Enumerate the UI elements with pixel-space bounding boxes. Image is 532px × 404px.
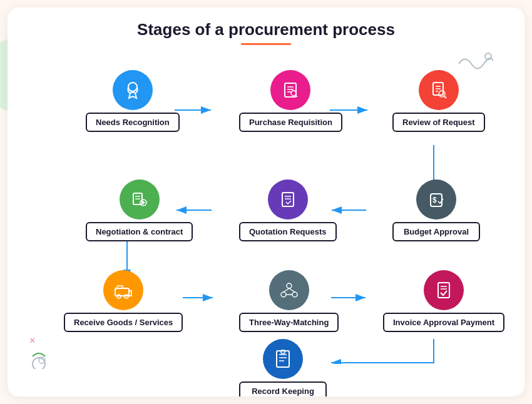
svg-line-44 xyxy=(289,288,295,292)
node-purchase-requisition: Purchase Requisition xyxy=(239,70,342,132)
svg-point-18 xyxy=(291,91,296,96)
label-negotiation-contract: Negotiation & contract xyxy=(86,222,193,241)
svg-point-42 xyxy=(292,292,297,297)
svg-line-25 xyxy=(444,96,446,98)
label-budget-approval: Budget Approval xyxy=(392,222,480,241)
node-review-of-request: Review of Request xyxy=(392,70,485,132)
icon-quotation-requests xyxy=(268,179,308,220)
icon-negotiation-contract xyxy=(120,179,160,220)
svg-rect-46 xyxy=(438,283,449,298)
node-three-way-matching: Three-Way-Matching xyxy=(239,270,339,332)
node-budget-approval: $ Budget Approval xyxy=(392,179,480,241)
label-three-way-matching: Three-Way-Matching xyxy=(239,313,339,332)
svg-point-40 xyxy=(287,283,292,288)
svg-text:$: $ xyxy=(432,196,437,205)
icon-receive-goods xyxy=(103,270,143,310)
label-purchase-requisition: Purchase Requisition xyxy=(239,113,342,132)
node-negotiation-contract: Negotiation & contract xyxy=(86,179,193,241)
label-receive-goods: Receive Goods / Services xyxy=(64,313,183,332)
icon-budget-approval: $ xyxy=(416,179,456,220)
svg-rect-14 xyxy=(285,83,296,97)
label-record-keeping: Record Keeping xyxy=(239,381,327,396)
flow-diagram: Needs Recognition Purchase Requisition xyxy=(26,58,506,364)
page-title: Stages of a procurement process xyxy=(26,20,506,39)
svg-point-13 xyxy=(128,83,137,91)
icon-purchase-requisition xyxy=(270,70,310,110)
title-underline xyxy=(241,43,291,45)
node-receive-goods: Receive Goods / Services xyxy=(64,270,183,332)
icon-needs-recognition xyxy=(113,70,153,110)
svg-point-41 xyxy=(281,292,286,297)
icon-three-way-matching xyxy=(269,270,309,310)
label-review-of-request: Review of Request xyxy=(392,113,485,132)
icon-review-of-request xyxy=(419,70,459,110)
node-quotation-requests: Quotation Requests xyxy=(239,179,337,241)
node-invoice-approval: Invoice Approval Payment xyxy=(383,270,504,332)
label-invoice-approval: Invoice Approval Payment xyxy=(383,313,504,332)
svg-point-24 xyxy=(439,91,445,97)
label-quotation-requests: Quotation Requests xyxy=(239,222,337,241)
node-record-keeping: Record Keeping xyxy=(239,339,327,396)
main-card: × Stages of a procurement process xyxy=(8,8,524,396)
icon-record-keeping xyxy=(263,339,303,379)
node-needs-recognition: Needs Recognition xyxy=(86,70,180,132)
svg-line-43 xyxy=(284,288,289,292)
icon-invoice-approval xyxy=(424,270,464,310)
label-needs-recognition: Needs Recognition xyxy=(86,113,180,132)
svg-rect-53 xyxy=(281,350,285,353)
